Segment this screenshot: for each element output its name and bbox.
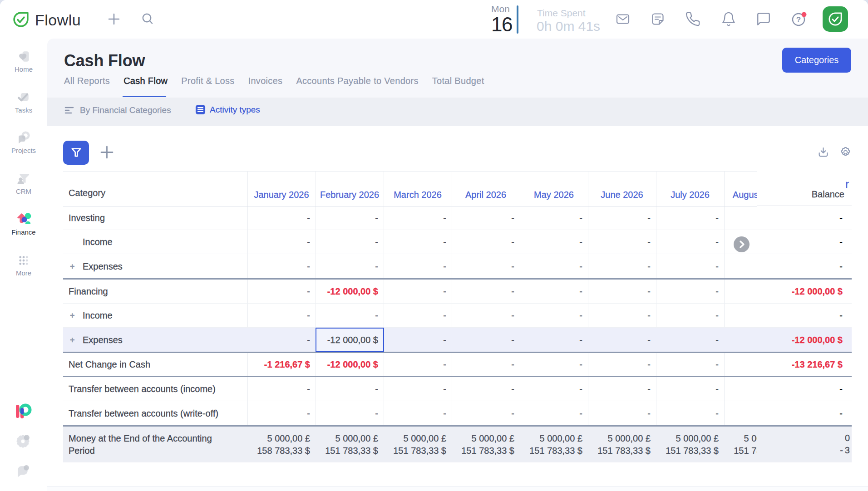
svg-text:?: ?: [796, 15, 801, 24]
